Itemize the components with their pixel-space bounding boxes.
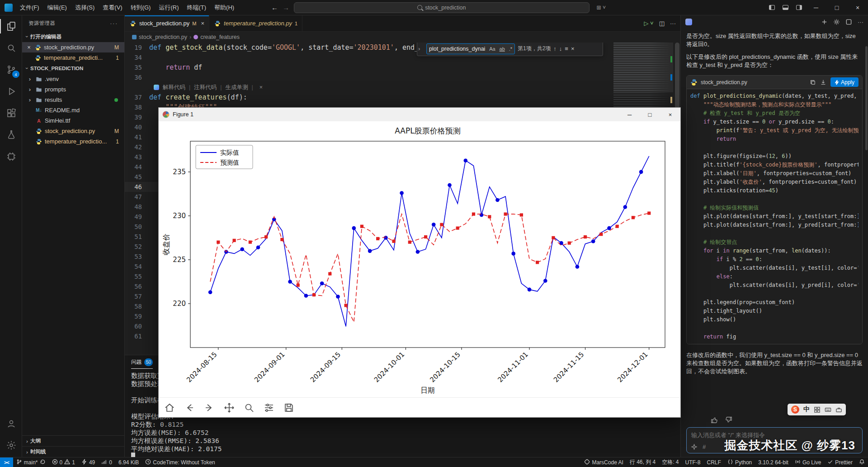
thumbs-down-icon[interactable] [725, 416, 732, 424]
ime-keyboard-icon[interactable] [825, 406, 831, 413]
back-icon[interactable] [184, 402, 195, 413]
whole-word-icon[interactable]: ab [500, 46, 505, 52]
figure-maximize-button[interactable]: □ [640, 108, 660, 121]
find-close-icon[interactable]: × [571, 45, 575, 52]
pan-icon[interactable] [224, 402, 235, 413]
figure-window[interactable]: Figure 1 ─ □ × AAPL股票价格预测220225230235202… [158, 107, 681, 418]
open-editors-header[interactable]: › 打开的编辑器 [22, 31, 124, 42]
statusbar-item[interactable]: MarsCode AI [581, 457, 626, 467]
context-hash-icon[interactable]: # [703, 443, 706, 450]
toggle-sidebar-icon[interactable] [765, 0, 778, 15]
file-tree-item[interactable]: stock_prediction.pyM [22, 126, 124, 136]
menu-item-2[interactable]: 选择(S) [71, 2, 98, 13]
command-center-search[interactable]: stock_prediction [294, 2, 590, 13]
ime-language-toggle[interactable]: 中 [803, 405, 810, 414]
file-tree-item[interactable]: ›results [22, 95, 124, 105]
regex-icon[interactable]: .* [509, 46, 512, 52]
suggested-code[interactable]: def plot_predictions_dynamic(dates, y_te… [687, 89, 862, 344]
ime-toolbox-icon[interactable] [835, 406, 842, 413]
sliders-icon[interactable] [264, 402, 274, 413]
menu-item-4[interactable]: 转到(G) [127, 2, 155, 13]
figure-titlebar[interactable]: Figure 1 ─ □ × [159, 108, 680, 121]
minimap-viewport[interactable] [613, 43, 673, 92]
file-tree-item[interactable]: ›.venv [22, 74, 124, 84]
commands-icon[interactable] [691, 444, 697, 450]
activitybar-extensions-icon[interactable] [0, 102, 22, 124]
statusbar-item[interactable]: 01 [49, 457, 78, 467]
close-button[interactable]: × [847, 0, 868, 15]
editor-tab[interactable]: temperature_prediction.py 1 [209, 15, 302, 31]
ime-toolbar[interactable]: S 中 [788, 404, 846, 415]
menu-item-6[interactable]: 终端(T) [183, 2, 210, 13]
statusbar-item[interactable]: Prettier [824, 457, 856, 467]
new-chat-icon[interactable] [821, 19, 828, 25]
toggle-panel-icon[interactable] [778, 0, 792, 15]
file-tree-item[interactable]: ASimHei.ttf [22, 115, 124, 126]
inline-ai-actions[interactable]: 解释代码|注释代码|生成单测 |× [125, 82, 680, 92]
file-tree-item[interactable]: ›prompts [22, 84, 124, 95]
find-in-selection-icon[interactable]: ≡ [565, 45, 568, 52]
activitybar-explorer-icon[interactable] [0, 15, 22, 37]
close-icon[interactable]: × [26, 44, 32, 51]
timeline-section[interactable]: › 时间线 [22, 446, 124, 457]
code-line[interactable]: 37def create_features(df): [125, 92, 680, 102]
statusbar-item[interactable]: 3.10.2 64-bit [755, 457, 792, 467]
statusbar-item[interactable]: 空格: 4 [659, 457, 682, 467]
maximize-button[interactable]: □ [826, 0, 847, 15]
more-actions-icon[interactable]: ··· [110, 21, 118, 26]
open-in-window-icon[interactable] [845, 19, 852, 25]
run-python-file-icon[interactable]: ▷ ˅ [644, 20, 654, 27]
home-icon[interactable] [164, 402, 175, 413]
statusbar-item[interactable]: CodeTime: Without Token [142, 457, 218, 467]
figure-close-button[interactable]: × [660, 108, 680, 121]
panel-scrollbar[interactable] [865, 46, 868, 150]
menu-item-7[interactable]: 帮助(H) [211, 2, 238, 13]
activitybar-testing-icon[interactable] [0, 124, 22, 146]
menu-item-5[interactable]: 运行(R) [155, 2, 182, 13]
editor-more-actions-icon[interactable]: ··· [670, 20, 676, 27]
panel-more-icon[interactable]: ··· [858, 19, 863, 25]
file-tree-item[interactable]: temperature_predictio...1 [22, 136, 124, 147]
activitybar-search-icon[interactable] [0, 37, 22, 59]
match-case-icon[interactable]: Aa [489, 46, 495, 52]
editor-tab[interactable]: stock_prediction.py M × [125, 15, 209, 31]
sogou-logo-icon[interactable]: S [791, 405, 799, 414]
statusbar-item[interactable]: main* [13, 457, 49, 467]
menu-item-1[interactable]: 编辑(E) [44, 2, 71, 13]
editor-scrollbar[interactable] [675, 43, 679, 115]
thumbs-up-icon[interactable] [711, 416, 718, 424]
menu-item-3[interactable]: 查看(V) [99, 2, 126, 13]
open-editor-item[interactable]: temperature_predicti... 1 [22, 52, 124, 63]
menu-item-0[interactable]: 文件(F) [16, 2, 43, 13]
code-line[interactable]: 35 return df [125, 62, 680, 72]
gear-icon[interactable] [833, 19, 840, 25]
find-previous-icon[interactable]: ↑ [553, 45, 557, 52]
zoom-icon[interactable] [244, 402, 255, 413]
inline-action[interactable]: 注释代码 [194, 84, 217, 91]
statusbar-item[interactable]: Python [724, 457, 755, 467]
breadcrumb[interactable]: stock_prediction.py › create_features [125, 32, 680, 43]
find-expand-icon[interactable]: › [418, 45, 424, 52]
figure-minimize-button[interactable]: ─ [619, 108, 640, 121]
activitybar-debug-icon[interactable] [0, 81, 22, 102]
split-editor-icon[interactable]: ◫ [659, 20, 665, 27]
activitybar-account-icon[interactable] [0, 413, 22, 434]
inline-action[interactable]: 解释代码 [163, 84, 185, 91]
open-editor-item[interactable]: × stock_prediction.py M [22, 42, 124, 52]
forward-icon[interactable]: → [283, 4, 289, 11]
activitybar-ai-icon[interactable] [0, 146, 22, 167]
activitybar-scm-icon[interactable]: 4 [0, 59, 22, 81]
outline-section[interactable]: › 大纲 [22, 435, 124, 446]
toggle-secondary-sidebar-icon[interactable] [792, 0, 806, 15]
insert-code-icon[interactable] [820, 79, 826, 86]
inline-action[interactable]: 生成单测 [226, 84, 248, 91]
profile-dropdown-icon[interactable]: ⊞ ˅ [597, 5, 606, 11]
close-icon[interactable]: × [259, 84, 263, 91]
forward-icon[interactable] [204, 402, 215, 413]
code-line[interactable]: 36 [125, 72, 680, 82]
save-icon[interactable] [283, 402, 294, 413]
statusbar-item[interactable] [856, 457, 868, 467]
close-icon[interactable]: × [201, 20, 204, 27]
workspace-header[interactable]: › STOCK_PREDICTION [22, 63, 124, 74]
statusbar-item[interactable]: Go Live [792, 457, 824, 467]
